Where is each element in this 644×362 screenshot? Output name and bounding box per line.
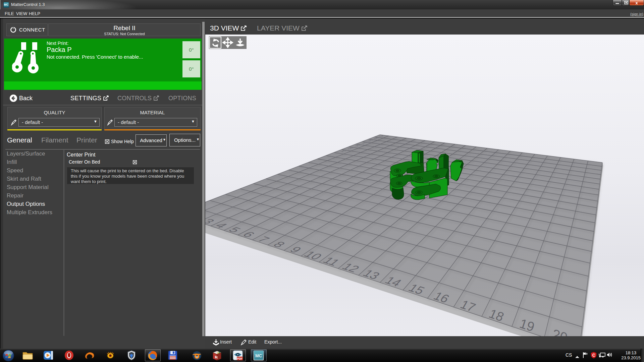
svg-text:MC: MC (255, 353, 262, 358)
svg-text:PDF: PDF (237, 357, 243, 360)
svg-text:x: x (635, 0, 638, 5)
svg-text:R: R (215, 355, 218, 359)
svg-text:C: C (592, 353, 595, 358)
